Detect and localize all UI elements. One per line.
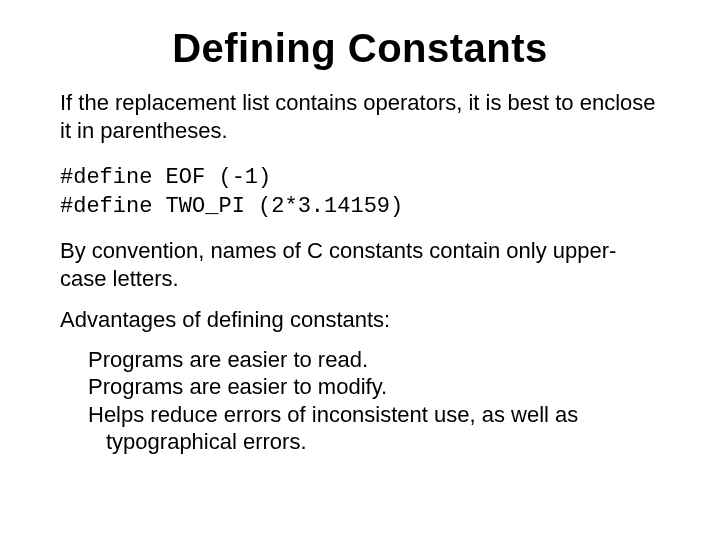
advantages-list: Programs are easier to read. Programs ar…: [88, 346, 660, 456]
advantage-item: Programs are easier to modify.: [88, 373, 660, 401]
slide-title: Defining Constants: [60, 26, 660, 71]
advantage-item: Helps reduce errors of inconsistent use,…: [88, 401, 660, 456]
slide: Defining Constants If the replacement li…: [0, 0, 720, 540]
intro-paragraph: If the replacement list contains operato…: [60, 89, 660, 144]
code-line-1: #define EOF (-1): [60, 165, 271, 190]
advantage-item: Programs are easier to read.: [88, 346, 660, 374]
code-line-2: #define TWO_PI (2*3.14159): [60, 194, 403, 219]
advantages-heading: Advantages of defining constants:: [60, 306, 660, 334]
convention-paragraph: By convention, names of C constants cont…: [60, 237, 660, 292]
code-block: #define EOF (-1) #define TWO_PI (2*3.141…: [60, 164, 660, 221]
